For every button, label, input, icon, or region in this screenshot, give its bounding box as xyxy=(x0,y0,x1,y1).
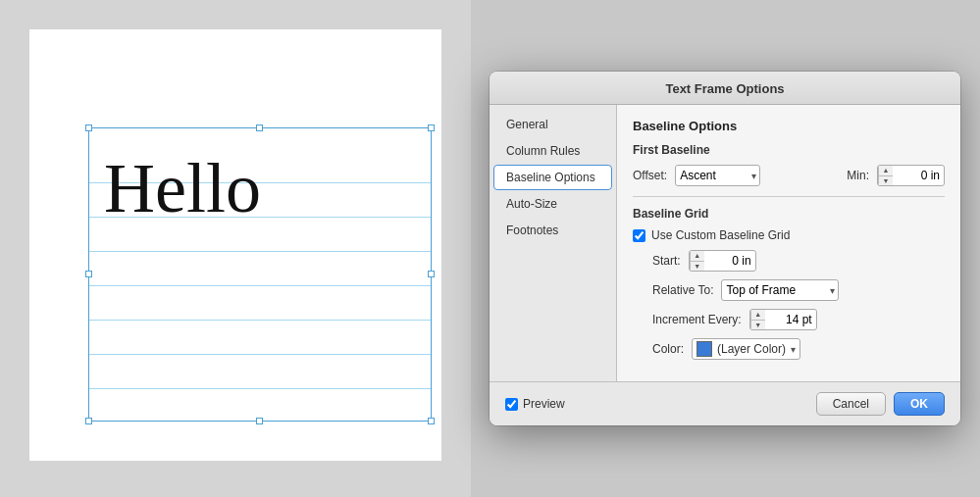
nav-item-general[interactable]: General xyxy=(493,112,612,137)
color-label: Color: xyxy=(652,342,684,356)
increment-up-arrow[interactable]: ▲ xyxy=(751,310,765,321)
dialog-nav: General Column Rules Baseline Options Au… xyxy=(490,105,617,381)
offset-row: Offset: Ascent Cap Height Leading x Heig… xyxy=(633,165,945,186)
color-swatch xyxy=(696,341,712,357)
preview-label: Preview xyxy=(523,397,565,411)
use-custom-baseline-row: Use Custom Baseline Grid xyxy=(633,228,945,242)
increment-label: Increment Every: xyxy=(652,313,742,326)
nav-item-footnotes[interactable]: Footnotes xyxy=(493,218,612,243)
increment-input: ▲ ▼ xyxy=(749,309,817,330)
start-row: Start: ▲ ▼ xyxy=(633,250,945,272)
relative-to-label: Relative To: xyxy=(652,283,713,297)
dialog-footer: Preview Cancel OK xyxy=(490,381,960,425)
cancel-button[interactable]: Cancel xyxy=(816,392,886,416)
increment-value-input[interactable] xyxy=(765,311,816,328)
subsection-title-first-baseline: First Baseline xyxy=(633,143,945,157)
preview-checkbox[interactable] xyxy=(505,398,518,411)
ok-button[interactable]: OK xyxy=(894,392,945,416)
dialog-title: Text Frame Options xyxy=(665,81,784,96)
start-label: Start: xyxy=(652,254,681,268)
dialog-overlay: Text Frame Options General Column Rules … xyxy=(0,0,980,497)
min-input: ▲ ▼ xyxy=(877,165,945,186)
start-arrows: ▲ ▼ xyxy=(690,251,704,271)
color-select-wrapper[interactable]: (Layer Color) xyxy=(692,338,800,360)
color-select-text: (Layer Color) xyxy=(717,342,786,356)
increment-row: Increment Every: ▲ ▼ xyxy=(633,309,945,330)
increment-arrows: ▲ ▼ xyxy=(750,310,765,329)
min-down-arrow[interactable]: ▼ xyxy=(879,176,893,186)
start-up-arrow[interactable]: ▲ xyxy=(691,251,704,262)
nav-item-column-rules[interactable]: Column Rules xyxy=(493,138,612,164)
text-frame-options-dialog: Text Frame Options General Column Rules … xyxy=(490,72,960,425)
section-title-baseline-options: Baseline Options xyxy=(633,119,945,133)
use-custom-label: Use Custom Baseline Grid xyxy=(651,228,790,242)
relative-to-select[interactable]: Top of Frame Top of Page Top of Margin xyxy=(721,279,839,301)
use-custom-checkbox[interactable] xyxy=(633,229,645,242)
min-up-arrow[interactable]: ▲ xyxy=(879,166,893,176)
start-down-arrow[interactable]: ▼ xyxy=(691,262,704,272)
start-value-input[interactable] xyxy=(704,252,755,270)
min-label: Min: xyxy=(847,169,869,182)
relative-to-select-wrapper: Top of Frame Top of Page Top of Margin xyxy=(721,279,839,301)
dialog-content: Baseline Options First Baseline Offset: … xyxy=(617,105,960,381)
dialog-titlebar: Text Frame Options xyxy=(490,72,960,105)
offset-select-wrapper: Ascent Cap Height Leading x Height Fixed xyxy=(675,165,760,186)
dialog-body: General Column Rules Baseline Options Au… xyxy=(490,105,960,381)
start-input: ▲ ▼ xyxy=(689,250,756,272)
nav-item-auto-size[interactable]: Auto-Size xyxy=(493,191,612,217)
min-value-input[interactable] xyxy=(893,167,944,184)
subsection-title-baseline-grid: Baseline Grid xyxy=(633,207,945,221)
relative-to-row: Relative To: Top of Frame Top of Page To… xyxy=(633,279,945,301)
color-row: Color: (Layer Color) xyxy=(633,338,945,360)
offset-select[interactable]: Ascent Cap Height Leading x Height Fixed xyxy=(675,165,760,186)
increment-down-arrow[interactable]: ▼ xyxy=(751,321,765,330)
min-arrows: ▲ ▼ xyxy=(878,166,893,185)
preview-check-row: Preview xyxy=(505,397,565,411)
section-divider xyxy=(633,196,945,197)
nav-item-baseline-options[interactable]: Baseline Options xyxy=(493,165,612,190)
offset-label: Offset: xyxy=(633,169,667,182)
